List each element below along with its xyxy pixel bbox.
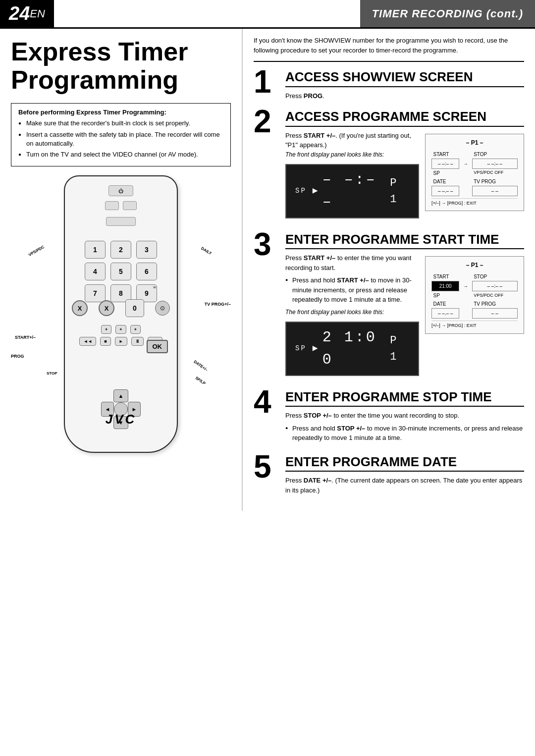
btn-4: 4	[85, 263, 106, 280]
remote-small-btn-2	[123, 201, 137, 210]
step-1-prog-bold: PROG	[304, 92, 322, 100]
btn-play: ►	[115, 337, 127, 346]
step-2-body: – P1 – START STOP – –:– – → – –:– –	[285, 131, 524, 223]
stop-remote-label: STOP	[47, 371, 57, 376]
transport-row-1: + + +	[72, 325, 170, 334]
remote-power-row	[105, 201, 137, 210]
btn-1: 1	[85, 241, 106, 259]
start-val-cell: – –:– –	[432, 159, 459, 168]
step-4-body: Press STOP +/– to enter the time you wan…	[285, 411, 524, 443]
btn-5: 5	[110, 263, 131, 280]
ok-button: OK	[147, 340, 168, 353]
btn-6: 6	[136, 263, 157, 280]
btn-plus-right: +	[130, 325, 141, 334]
remote-small-btn-1	[105, 201, 119, 210]
step-1-body: Press PROG.	[285, 91, 524, 101]
tvprog-val-cell: – –	[472, 186, 517, 196]
btn-plus-left: +	[101, 325, 111, 334]
date-label-cell: DATE	[432, 177, 459, 186]
main-layout: Express Timer Programming Before perform…	[0, 29, 535, 511]
stop-label-cell: STOP	[472, 150, 517, 159]
date-val-cell: – –.– –	[432, 186, 459, 196]
step-5-body: Press DATE +/–. (The current date appear…	[285, 476, 524, 495]
weekly-sublabel: W	[153, 286, 156, 289]
before-item-3: Turn on the TV and select the VIDEO chan…	[18, 150, 223, 159]
step-2-panel-table: START STOP – –:– – → – –:– – SP	[431, 150, 518, 196]
prog-remote-label: PROG	[11, 354, 24, 359]
btn-round: ⊙	[155, 301, 170, 316]
step-3-panel-bottom: [+/–] → [PROG] : EXIT	[431, 321, 518, 329]
before-list: Make sure that the recorder's built-in c…	[18, 119, 223, 159]
step-4: 4 ENTER PROGRAMME STOP TIME Press STOP +…	[254, 390, 524, 446]
step-4-bullet-1: Press and hold STOP +/– to move in 30-mi…	[285, 424, 524, 443]
btn-x-right: X	[99, 300, 114, 316]
remote-container: VPS/PDC DAILY TV PROG+/– START+/– PROG D…	[11, 175, 231, 453]
step-2: 2 ACCESS PROGRAMME SCREEN – P1 – START S…	[254, 109, 524, 223]
section-title: TIMER RECORDING (cont.)	[360, 0, 535, 27]
s3-date-val: – –.– –	[432, 309, 459, 319]
step-5-content: ENTER PROGRAMME DATE Press DATE +/–. (Th…	[285, 455, 524, 495]
step-3-body: – P1 – START STOP 21:00 → – –:– –	[285, 253, 524, 381]
step-2-panel: – P1 – START STOP – –:– – → – –:– –	[425, 134, 524, 212]
step-4-bullets: Press and hold STOP +/– to move in 30-mi…	[285, 424, 524, 443]
step-4-text: Press STOP +/– to enter the time you wan…	[285, 411, 524, 421]
step-2-display: SP ▶ – –:– – P 1	[285, 164, 419, 218]
numpad: 1 2 3 4 5 6 7 8 9W	[76, 241, 166, 306]
step-3: 3 ENTER PROGRAMME START TIME – P1 – STAR…	[254, 232, 524, 381]
left-column: Express Timer Programming Before perform…	[0, 29, 243, 511]
step-2-panel-bottom: [+/–] → [PROG] : EXIT	[431, 198, 518, 207]
step-1-content: ACCESS SHOWVIEW SCREEN Press PROG.	[285, 70, 524, 101]
btn-x-left: X	[72, 300, 88, 316]
remote-extra-row	[106, 217, 136, 226]
step-1: 1 ACCESS SHOWVIEW SCREEN Press PROG.	[254, 70, 524, 101]
btn-3: 3	[136, 241, 157, 259]
step-3-bullet-1: Press and hold START +/– to move in 30-m…	[285, 275, 524, 305]
stop-val-cell: – –:– –	[472, 159, 517, 168]
step-3-heading: ENTER PROGRAMME START TIME	[285, 232, 524, 250]
before-item-2: Insert a cassette with the safety tab in…	[18, 130, 223, 148]
s3-tvprog-val: – –	[472, 309, 517, 319]
step-2-number: 2	[254, 106, 278, 137]
remote-x-row: X X 0 ⊙	[72, 299, 170, 317]
page-suffix: EN	[30, 7, 45, 20]
page-header: 24EN TIMER RECORDING (cont.)	[0, 0, 535, 29]
numpad-row-2: 4 5 6	[76, 263, 166, 280]
sp-label-cell: SP	[432, 168, 459, 177]
step-4-number: 4	[254, 386, 278, 418]
numpad-row-1: 1 2 3	[76, 241, 166, 259]
sp-lp-remote-label: SP/LP	[194, 376, 206, 386]
tvprog-label-cell: TV PROG	[472, 177, 517, 186]
step-4-heading: ENTER PROGRAMME STOP TIME	[285, 390, 524, 407]
step-3-content: ENTER PROGRAMME START TIME – P1 – START …	[285, 232, 524, 381]
step-4-content: ENTER PROGRAMME STOP TIME Press STOP +/–…	[285, 390, 524, 446]
btn-stop: ■	[100, 337, 110, 346]
vps-label-cell: VPS/PDC OFF	[472, 168, 517, 177]
step-3-bullets: Press and hold START +/– to move in 30-m…	[285, 275, 524, 305]
arrow-up: ▲	[113, 389, 128, 402]
btn-0: 0	[125, 299, 144, 317]
tv-prog-remote-label: TV PROG+/–	[205, 302, 231, 307]
remote-body: ⏻ 1 2 3	[64, 175, 178, 453]
jvc-logo: JVC	[106, 412, 137, 427]
btn-rew: ◄◄	[79, 337, 96, 346]
step-3-panel-title: – P1 –	[431, 261, 518, 270]
step-2-panel-title: – P1 –	[431, 138, 518, 147]
step-5-text: Press DATE +/–. (The current date appear…	[285, 476, 524, 495]
step-5-number: 5	[254, 451, 278, 483]
remote-power-btn: ⏻	[108, 185, 133, 196]
page-main-title: Express Timer Programming	[11, 38, 231, 94]
before-box: Before performing Express Timer Programm…	[11, 103, 231, 166]
remote-extra-btn	[106, 217, 136, 226]
step-3-display: SP ▶ 2 1:0 0 P 1	[285, 322, 419, 376]
step-1-heading: ACCESS SHOWVIEW SCREEN	[285, 70, 524, 87]
start-remote-label: START+/–	[15, 335, 36, 340]
step-5-heading: ENTER PROGRAMME DATE	[285, 455, 524, 472]
step-2-heading: ACCESS PROGRAMME SCREEN	[285, 109, 524, 127]
right-column: If you don't know the SHOWVIEW number fo…	[243, 29, 535, 511]
vps-label: VPS/PDC	[28, 245, 45, 257]
step-1-number: 1	[254, 66, 278, 98]
btn-plus-mid: +	[115, 325, 126, 334]
remote-wrapper: VPS/PDC DAILY TV PROG+/– START+/– PROG D…	[37, 175, 205, 453]
daily-label: DAILY	[200, 246, 213, 256]
before-item-1: Make sure that the recorder's built-in c…	[18, 119, 223, 128]
